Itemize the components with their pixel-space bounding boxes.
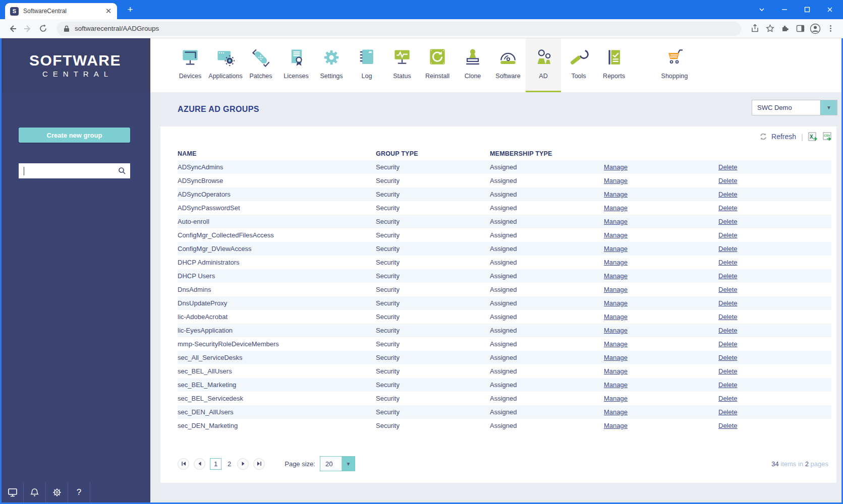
- manage-link[interactable]: Manage: [604, 299, 628, 307]
- manage-link[interactable]: Manage: [604, 367, 628, 375]
- notifications-bell-icon[interactable]: [24, 482, 46, 502]
- nav-item-devices[interactable]: Devices: [173, 38, 208, 92]
- manage-link[interactable]: Manage: [604, 381, 628, 389]
- delete-link[interactable]: Delete: [718, 340, 738, 348]
- delete-link[interactable]: Delete: [718, 218, 738, 225]
- nav-item-patches[interactable]: Patches: [243, 38, 278, 92]
- address-bar[interactable]: softwarecentral/AADGroups: [57, 22, 741, 36]
- delete-link[interactable]: Delete: [718, 231, 738, 239]
- prev-page-button[interactable]: [194, 458, 205, 470]
- manage-link[interactable]: Manage: [604, 191, 628, 198]
- search-input[interactable]: [24, 167, 118, 175]
- group-name: DHCP Administrators: [178, 259, 376, 266]
- refresh-label: Refresh: [771, 133, 796, 141]
- delete-link[interactable]: Delete: [718, 177, 738, 184]
- menu-kebab-icon[interactable]: [823, 21, 838, 36]
- new-tab-button[interactable]: +: [124, 4, 136, 16]
- delete-link[interactable]: Delete: [718, 204, 738, 212]
- nav-item-software[interactable]: Software: [490, 38, 526, 92]
- manage-link[interactable]: Manage: [604, 286, 628, 293]
- side-panel-icon[interactable]: [793, 21, 808, 36]
- delete-link[interactable]: Delete: [718, 408, 738, 416]
- delete-link[interactable]: Delete: [718, 272, 738, 280]
- manage-link[interactable]: Manage: [604, 327, 628, 334]
- delete-link[interactable]: Delete: [718, 191, 738, 198]
- page-button-2[interactable]: 2: [226, 460, 233, 468]
- environment-dropdown[interactable]: SWC Demo ▼: [752, 100, 837, 115]
- sidebar-search-box[interactable]: [19, 163, 130, 178]
- manage-link[interactable]: Manage: [604, 204, 628, 212]
- export-excel-icon[interactable]: X: [808, 132, 818, 142]
- delete-link[interactable]: Delete: [718, 395, 738, 402]
- profile-avatar-icon[interactable]: [808, 21, 823, 36]
- manage-link[interactable]: Manage: [604, 340, 628, 348]
- browser-tab[interactable]: S SoftwareCentral ✕: [5, 3, 117, 19]
- nav-item-shopping[interactable]: Shopping: [657, 38, 692, 92]
- delete-link[interactable]: Delete: [718, 422, 738, 429]
- help-question-icon[interactable]: ?: [68, 482, 90, 502]
- membership-type: Assigned: [490, 218, 604, 225]
- manage-link[interactable]: Manage: [604, 231, 628, 239]
- delete-link[interactable]: Delete: [718, 313, 738, 321]
- bookmark-star-icon[interactable]: [762, 21, 777, 36]
- manage-link[interactable]: Manage: [604, 408, 628, 416]
- refresh-button[interactable]: Refresh: [759, 133, 796, 141]
- delete-link[interactable]: Delete: [718, 259, 738, 266]
- nav-item-status[interactable]: Status: [384, 38, 420, 92]
- reload-icon[interactable]: [35, 21, 50, 36]
- group-name: sec_BEL_AllUsers: [178, 367, 376, 375]
- nav-label-tools: Tools: [571, 73, 586, 80]
- nav-item-clone[interactable]: Clone: [455, 38, 490, 92]
- page-size-arrow-icon[interactable]: ▼: [342, 457, 355, 471]
- dropdown-arrow-icon[interactable]: ▼: [820, 100, 837, 115]
- window-controls: [750, 0, 841, 19]
- nav-item-applications[interactable]: Applications: [208, 38, 243, 92]
- share-icon[interactable]: [747, 21, 762, 36]
- manage-link[interactable]: Manage: [604, 395, 628, 402]
- delete-link[interactable]: Delete: [718, 163, 738, 171]
- page-size-dropdown[interactable]: 20 ▼: [320, 456, 355, 471]
- manage-link[interactable]: Manage: [604, 177, 628, 184]
- current-page-button[interactable]: 1: [210, 458, 221, 470]
- create-new-group-button[interactable]: Create new group: [19, 128, 130, 143]
- delete-link[interactable]: Delete: [718, 327, 738, 334]
- nav-item-licenses[interactable]: Licenses: [278, 38, 314, 92]
- back-icon[interactable]: [5, 21, 20, 36]
- nav-item-tools[interactable]: Tools: [561, 38, 596, 92]
- manage-link[interactable]: Manage: [604, 272, 628, 280]
- last-page-button[interactable]: [253, 458, 265, 470]
- delete-link[interactable]: Delete: [718, 286, 738, 293]
- maximize-button[interactable]: [796, 0, 818, 19]
- groups-table: NAMEGROUP TYPEMEMBERSHIP TYPE ADSyncAdmi…: [178, 147, 831, 432]
- tab-close-icon[interactable]: ✕: [104, 7, 113, 16]
- manage-link[interactable]: Manage: [604, 245, 628, 253]
- delete-link[interactable]: Delete: [718, 245, 738, 253]
- manage-link[interactable]: Manage: [604, 218, 628, 225]
- remote-desktop-icon[interactable]: [2, 482, 24, 502]
- delete-link[interactable]: Delete: [718, 299, 738, 307]
- delete-link[interactable]: Delete: [718, 354, 738, 361]
- extensions-puzzle-icon[interactable]: [777, 21, 793, 36]
- nav-item-reinstall[interactable]: Reinstall: [420, 38, 455, 92]
- first-page-button[interactable]: [178, 458, 189, 470]
- nav-item-settings[interactable]: Settings: [314, 38, 349, 92]
- manage-link[interactable]: Manage: [604, 354, 628, 361]
- manage-link[interactable]: Manage: [604, 422, 628, 429]
- nav-label-reinstall: Reinstall: [425, 73, 449, 80]
- group-type: Security: [376, 204, 490, 212]
- chevron-down-icon[interactable]: [750, 0, 773, 19]
- nav-item-ad[interactable]: AD: [526, 38, 561, 92]
- next-page-button[interactable]: [237, 458, 249, 470]
- minimize-button[interactable]: [773, 0, 796, 19]
- nav-item-log[interactable]: Log: [349, 38, 384, 92]
- delete-link[interactable]: Delete: [718, 367, 738, 375]
- export-csv-icon[interactable]: CSV: [823, 132, 832, 142]
- manage-link[interactable]: Manage: [604, 163, 628, 171]
- manage-link[interactable]: Manage: [604, 313, 628, 321]
- forward-icon[interactable]: [20, 21, 35, 36]
- settings-gear-icon[interactable]: [46, 482, 68, 502]
- nav-item-reports[interactable]: Reports: [596, 38, 632, 92]
- manage-link[interactable]: Manage: [604, 259, 628, 266]
- delete-link[interactable]: Delete: [718, 381, 738, 389]
- close-window-button[interactable]: [818, 0, 841, 19]
